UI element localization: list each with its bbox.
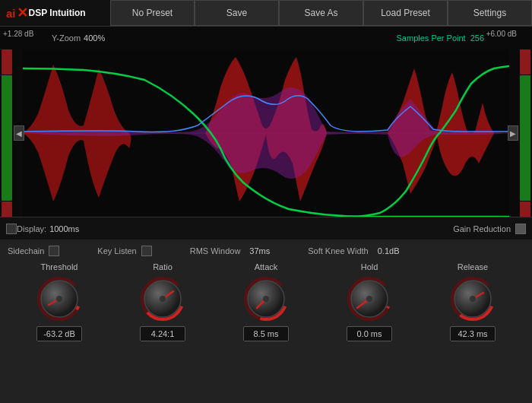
key-listen-checkbox[interactable] [141,246,152,256]
svg-point-7 [56,296,62,302]
display-info: +1.28 dB Y-Zoom 400% Samples Per Point 2… [0,27,532,49]
ratio-value: 4.24:1 [140,326,185,341]
release-group: Release 42.3 ms [450,262,496,341]
no-preset-button[interactable]: No Preset [110,0,195,26]
top-buttons: No Preset Save Save As Load Preset Setti… [110,0,532,26]
release-knob[interactable] [450,276,496,322]
gain-seg-green-right-1 [520,75,530,201]
logo-area: ai ✕ DSP Intuition [0,0,110,26]
samples-label: Samples Per Point [397,33,466,43]
left-gain-bar [2,49,12,218]
controls-area: Sidechain Key Listen RMS Window 37ms Sof… [0,240,532,403]
rms-window-label: RMS Window [190,246,241,255]
svg-point-17 [263,296,269,302]
sidechain-group: Sidechain [8,246,59,256]
hold-group: Hold 0. [347,262,392,341]
threshold-value: -63.2 dB [36,326,82,341]
release-value: 42.3 ms [450,326,496,341]
display-bottom-bar: Display: 1000ms Gain Reduction [0,217,532,240]
ratio-label: Ratio [153,262,173,271]
hold-label: Hold [361,262,378,271]
key-listen-group: Key Listen [97,246,151,256]
waveform-canvas [23,49,509,217]
soft-knee-label: Soft Knee Width [308,246,369,255]
key-listen-label: Key Listen [97,246,136,255]
gain-seg-red-left-1 [2,49,12,75]
gain-reduction-label: Gain Reduction [453,224,511,233]
display-label: Display: [17,224,46,233]
y-zoom-value: 400% [84,33,105,43]
svg-point-22 [366,296,372,302]
right-arrow-button[interactable]: ▶ [508,125,518,141]
sidechain-checkbox[interactable] [49,246,59,256]
hold-value: 0.0 ms [347,326,392,341]
knobs-row: Threshold [8,262,524,341]
svg-point-12 [160,296,166,302]
top-bar: ai ✕ DSP Intuition No Preset Save Save A… [0,0,532,27]
plus-db-label: +1.28 dB [3,30,33,38]
logo-dsp-label: DSP Intuition [29,8,86,18]
threshold-group: Threshold [36,262,82,341]
gain-seg-red-right-1 [520,49,530,75]
waveform-display [23,49,509,217]
attack-label: Attack [255,262,278,271]
rms-window-value: 37ms [249,246,270,255]
display-checkbox[interactable] [6,224,17,234]
threshold-knob[interactable] [36,276,82,322]
release-label: Release [458,262,488,271]
attack-group: Attack 8.5 ms [243,262,289,341]
ratio-knob[interactable] [140,276,185,322]
gain-seg-red-right-2 [520,202,530,218]
load-preset-button[interactable]: Load Preset [363,0,448,26]
gain-seg-red-left-2 [2,202,12,218]
soft-knee-value: 0.1dB [378,246,400,255]
right-gain-bar [520,49,530,218]
sidechain-label: Sidechain [8,246,44,255]
settings-button[interactable]: Settings [448,0,532,26]
plus-db-right-label: +6.00 dB [486,30,517,38]
threshold-label: Threshold [41,262,78,271]
left-arrow-button[interactable]: ◀ [14,125,24,141]
attack-value: 8.5 ms [243,326,289,341]
rms-window-group: RMS Window 37ms [190,246,271,255]
logo-x-icon: ✕ [17,5,28,21]
display-area: +1.28 dB Y-Zoom 400% Samples Per Point 2… [0,27,532,240]
display-time-value: 1000ms [49,224,79,233]
gain-reduction-checkbox[interactable] [515,224,526,234]
save-as-button[interactable]: Save As [279,0,363,26]
samples-value: 256 [470,33,484,43]
attack-knob[interactable] [243,276,289,322]
hold-knob[interactable] [347,276,392,322]
y-zoom-label: Y-Zoom [52,33,81,43]
top-controls-row: Sidechain Key Listen RMS Window 37ms Sof… [8,246,524,256]
gain-seg-green-left-1 [2,75,12,201]
save-button[interactable]: Save [195,0,279,26]
soft-knee-group: Soft Knee Width 0.1dB [308,246,399,255]
logo-ai: ai [6,7,16,20]
ratio-group: Ratio 4.24:1 [140,262,185,341]
svg-point-27 [470,296,476,302]
